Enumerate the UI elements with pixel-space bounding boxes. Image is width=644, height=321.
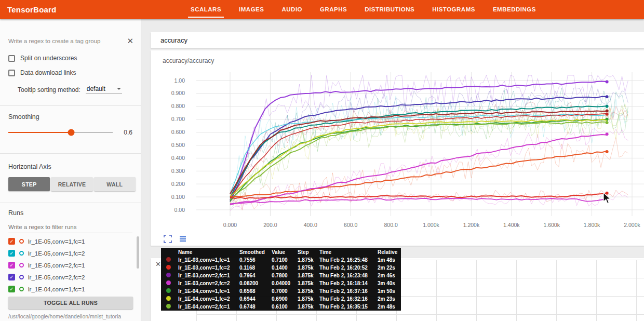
svg-text:0.400: 0.400 — [171, 155, 185, 161]
series-endpoint-dark-red — [606, 110, 609, 113]
app-title: TensorBoard — [7, 5, 56, 14]
run-item-lr-1e-05-conv-1-fc-1[interactable]: ✓lr_1E-05,conv=1,fc=1 — [0, 235, 141, 247]
svg-text:800.0: 800.0 — [384, 222, 397, 228]
tab-images[interactable]: IMAGES — [230, 0, 273, 19]
tab-graphs[interactable]: GRAPHS — [311, 0, 356, 19]
run-swatch — [166, 265, 171, 270]
run-label: lr_1E-05,conv=2,fc=1 — [28, 262, 85, 269]
run-item-lr-1e-05-conv-2-fc-2[interactable]: ✓lr_1E-05,conv=2,fc=2 — [0, 271, 141, 283]
runs-filter-input[interactable] — [8, 223, 132, 233]
run-color-swatch — [19, 263, 24, 268]
tooltip-col-relative: Relative — [376, 248, 401, 256]
series-endpoint-indigo — [606, 95, 609, 98]
series-endpoint-magenta — [606, 132, 609, 136]
svg-text:0.700: 0.700 — [171, 116, 185, 122]
accuracy-chart-svg[interactable]: 0.000.1000.2000.3000.4000.5000.6000.7000… — [151, 71, 644, 246]
svg-text:400.0: 400.0 — [304, 222, 317, 228]
svg-text:0.300: 0.300 — [171, 168, 185, 174]
tooltip-sorting-select[interactable]: default — [86, 85, 122, 94]
tab-embeddings[interactable]: EMBEDDINGS — [484, 0, 545, 19]
tab-histograms[interactable]: HISTOGRAMS — [423, 0, 484, 19]
smoothing-slider[interactable] — [8, 132, 113, 133]
accuracy-chart-card: accuracy/accuracy 0.000.1000.2000.3000.4… — [151, 50, 644, 246]
run-checkbox[interactable]: ✓ — [8, 250, 15, 257]
chevron-down-icon — [117, 88, 121, 90]
tooltip-sorting-row: Tooltip sorting method: default — [0, 80, 141, 101]
svg-text:600.0: 600.0 — [344, 222, 357, 228]
checkbox-label: Split on underscores — [20, 55, 77, 62]
svg-text:0.00: 0.00 — [175, 207, 185, 213]
tooltip-row: lr_1E-04,conv=2,fc=10.67480.61001.875kTh… — [161, 303, 401, 311]
tooltip-col-value: Value — [270, 248, 296, 256]
close-icon[interactable]: ✕ — [127, 37, 133, 45]
horizontal-axis-label: Horizontal Axis — [0, 154, 141, 173]
nav-tabs: SCALARSIMAGESAUDIOGRAPHSDISTRIBUTIONSHIS… — [182, 0, 545, 19]
run-swatch — [166, 273, 171, 277]
svg-text:1.200k: 1.200k — [463, 222, 480, 228]
tooltip-col-smoothed: Smoothed — [238, 248, 270, 256]
run-color-swatch — [19, 251, 24, 256]
series-endpoint-crimson — [606, 113, 609, 116]
checkbox-data-download-links[interactable] — [8, 70, 15, 76]
run-swatch — [166, 296, 171, 301]
tooltip-col-time: Time — [318, 248, 376, 256]
smoothing-row: 0.6 — [0, 124, 141, 144]
tooltip-col-step: Step — [296, 248, 318, 256]
tooltip-row: lr_1E-03,conv=1,fc=10.75560.71001.875kTh… — [161, 256, 401, 264]
tab-audio[interactable]: AUDIO — [273, 0, 311, 19]
run-item-lr-1e-04-conv-1-fc-1[interactable]: ✓lr_1E-04,conv=1,fc=1 — [0, 283, 141, 293]
smoothing-label: Smoothing — [0, 106, 141, 124]
run-label: lr_1E-05,conv=1,fc=2 — [28, 250, 85, 257]
mouse-cursor — [602, 192, 613, 205]
chart-actions — [164, 235, 187, 243]
slider-thumb[interactable] — [68, 129, 74, 136]
tab-distributions[interactable]: DISTRIBUTIONS — [356, 0, 423, 19]
series-endpoint-violet — [606, 80, 609, 83]
svg-text:200.0: 200.0 — [263, 222, 277, 228]
svg-text:0.100: 0.100 — [171, 194, 185, 200]
svg-text:1.800k: 1.800k — [584, 222, 600, 228]
runs-scrollbar[interactable] — [137, 236, 139, 269]
tooltip-header-row: NameSmoothedValueStepTimeRelative — [161, 248, 401, 256]
checkbox-split-on-underscores[interactable] — [8, 55, 15, 62]
tab-scalars[interactable]: SCALARS — [182, 0, 230, 19]
tooltip-col-name: Name — [177, 248, 238, 256]
tag-group-regex-input[interactable] — [8, 38, 123, 44]
smoothing-value: 0.6 — [121, 129, 132, 136]
run-checkbox[interactable]: ✓ — [8, 286, 15, 292]
run-selector-icon[interactable] — [179, 235, 187, 243]
run-label: lr_1E-05,conv=2,fc=2 — [28, 274, 85, 280]
sidebar-options: Split on underscoresData download links — [0, 51, 141, 80]
series-endpoint-lime — [606, 121, 609, 124]
tooltip-sorting-label: Tooltip sorting method: — [18, 86, 81, 93]
axis-relative-button[interactable]: RELATIVE — [51, 177, 92, 191]
run-checkbox[interactable]: ✓ — [8, 274, 15, 280]
svg-text:0.200: 0.200 — [171, 181, 185, 187]
svg-text:0.900: 0.900 — [171, 90, 185, 96]
toggle-all-runs-button[interactable]: TOGGLE ALL RUNS — [8, 297, 133, 309]
run-item-lr-1e-05-conv-1-fc-2[interactable]: ✓lr_1E-05,conv=1,fc=2 — [0, 247, 141, 259]
run-checkbox[interactable]: ✓ — [8, 262, 15, 269]
close-icon[interactable]: ✕ — [155, 260, 161, 268]
run-swatch — [166, 280, 171, 285]
tooltip-row: lr_1E-04,conv=1,fc=10.65680.70001.875kTh… — [161, 287, 401, 295]
run-label: lr_1E-04,conv=1,fc=1 — [28, 286, 85, 292]
tensorboard-window: TensorBoard SCALARSIMAGESAUDIOGRAPHSDIST… — [0, 0, 644, 321]
tag-group-row: ✕ — [0, 19, 141, 51]
run-color-swatch — [19, 275, 24, 279]
series-endpoint-teal — [606, 105, 609, 108]
axis-step-button[interactable]: STEP — [8, 177, 50, 191]
tooltip-table: NameSmoothedValueStepTimeRelativelr_1E-0… — [161, 248, 401, 311]
series-lime — [230, 122, 607, 200]
tooltip-row: lr_1E-03,conv=2,fc=10.79640.78001.875kTh… — [161, 272, 401, 279]
tooltip-row: lr_1E-03,conv=1,fc=20.11680.14001.875kTh… — [161, 264, 401, 272]
svg-text:0.800: 0.800 — [171, 103, 185, 109]
svg-text:1.600k: 1.600k — [543, 222, 560, 228]
run-checkbox[interactable]: ✓ — [8, 238, 15, 245]
tag-group-header-accuracy[interactable]: accuracy — [151, 32, 644, 48]
svg-text:0.600: 0.600 — [171, 129, 185, 135]
expand-chart-icon[interactable] — [164, 235, 172, 243]
run-item-lr-1e-05-conv-2-fc-1[interactable]: ✓lr_1E-05,conv=2,fc=1 — [0, 259, 141, 271]
axis-wall-button[interactable]: WALL — [94, 177, 136, 191]
sidebar: ✕ Split on underscoresData download link… — [0, 19, 141, 321]
